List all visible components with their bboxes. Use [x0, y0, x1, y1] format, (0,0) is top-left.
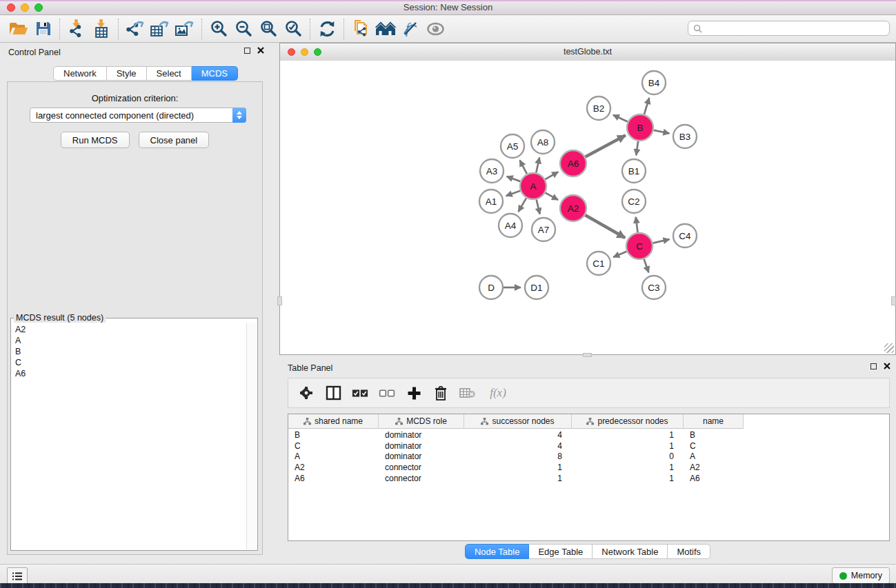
export-network-button[interactable] [123, 18, 148, 40]
import-network-button[interactable] [64, 18, 89, 40]
delete-column-icon [434, 385, 448, 401]
close-panel-button[interactable]: Close panel [139, 132, 210, 148]
cybrowser-home-button[interactable] [373, 18, 398, 40]
search-input[interactable] [706, 23, 889, 34]
result-item[interactable]: B [15, 346, 246, 357]
result-item[interactable]: A6 [15, 368, 246, 379]
node-label-A6: A6 [568, 159, 579, 169]
criterion-dropdown[interactable]: largest connected component (directed) [30, 108, 246, 123]
run-mcds-button[interactable]: Run MCDS [61, 132, 130, 148]
result-scrollbar[interactable] [246, 323, 257, 549]
edge-A-A1[interactable] [506, 191, 521, 196]
hide-flagged-button[interactable]: f [398, 18, 423, 40]
edge-A-A6[interactable] [545, 172, 558, 179]
delete-column-button[interactable] [432, 385, 449, 401]
edge-A2-C[interactable] [585, 215, 625, 238]
zoom-selected-button[interactable] [281, 18, 306, 40]
close-table-panel-icon[interactable] [884, 363, 890, 369]
cell: A6 [684, 473, 744, 484]
edge-C-C4[interactable] [653, 239, 670, 243]
tab-network[interactable]: Network [53, 66, 107, 81]
deselect-all-button[interactable] [379, 385, 395, 401]
save-session-button[interactable] [30, 18, 55, 40]
tab-style[interactable]: Style [107, 66, 147, 81]
result-item[interactable]: C [15, 357, 246, 368]
column-header-shared-name[interactable]: shared name [288, 414, 379, 429]
memory-button[interactable]: Memory [832, 567, 890, 584]
show-graphics-details-button[interactable] [423, 18, 448, 40]
network-canvas[interactable]: AA1A2A3A4A5A6A7A8BB1B2B3B4CC1C2C3C4DD1 [280, 61, 895, 354]
table-row-A2[interactable]: A2connector11A2 [288, 462, 744, 473]
mcds-result-list: A2ABCA6 [11, 323, 246, 550]
tab-mcds[interactable]: MCDS [192, 66, 238, 81]
add-column-button[interactable] [406, 385, 422, 401]
import-table-button[interactable] [89, 18, 114, 40]
edge-B-B2[interactable] [613, 115, 628, 122]
cell: dominator [379, 440, 464, 452]
left-splitter-handle[interactable] [277, 296, 282, 305]
edge-C-C2[interactable] [636, 217, 638, 232]
tab-network-table[interactable]: Network Table [593, 544, 668, 559]
node-label-B2: B2 [593, 103, 605, 114]
node-label-C2: C2 [628, 196, 639, 207]
export-image-icon [175, 19, 195, 38]
export-table-button[interactable] [148, 18, 172, 40]
edge-C-C1[interactable] [613, 252, 626, 257]
function-builder-button[interactable]: f(x) [486, 385, 510, 401]
toggle-columns-button[interactable] [325, 385, 341, 401]
apply-layout-button[interactable] [315, 18, 339, 40]
table-row-A[interactable]: Adominator80A [288, 451, 744, 462]
export-image-button[interactable] [172, 18, 197, 40]
edge-B-B4[interactable] [644, 98, 649, 114]
table-settings-button[interactable] [298, 385, 315, 401]
edge-B-B1[interactable] [636, 141, 638, 155]
edge-A-A5[interactable] [520, 160, 527, 174]
table-row-C[interactable]: Cdominator41C [288, 440, 744, 452]
node-label-B: B [637, 123, 643, 133]
edge-A-A3[interactable] [507, 176, 521, 181]
deselect-all-icon [379, 389, 395, 398]
network-window-titlebar[interactable]: testGlobe.txt [280, 43, 895, 61]
right-splitter-handle[interactable] [891, 296, 896, 305]
network-from-selection-button[interactable] [348, 18, 373, 40]
horizontal-splitter-handle[interactable] [583, 353, 592, 357]
edge-A-A4[interactable] [519, 198, 526, 212]
close-panel-icon[interactable] [257, 47, 264, 54]
edge-B-B3[interactable] [654, 130, 670, 134]
tab-select[interactable]: Select [147, 66, 192, 81]
resize-grip-icon[interactable] [884, 343, 894, 353]
edge-A6-B[interactable] [586, 135, 626, 156]
result-item[interactable]: A [15, 335, 246, 346]
node-label-A3: A3 [486, 166, 498, 176]
tab-node-table[interactable]: Node Table [465, 544, 530, 559]
tab-edge-table[interactable]: Edge Table [529, 544, 593, 559]
edge-A-A8[interactable] [536, 157, 539, 172]
tab-motifs[interactable]: Motifs [668, 544, 710, 559]
table-row-A6[interactable]: A6connector11A6 [288, 473, 744, 484]
zoom-out-button[interactable] [231, 18, 256, 40]
select-all-button[interactable] [352, 385, 368, 401]
cybrowser-home-icon [375, 21, 397, 37]
attribute-icon [481, 418, 488, 425]
column-header-name[interactable]: name [684, 414, 744, 429]
zoom-fit-button[interactable] [256, 18, 281, 40]
float-panel-icon[interactable] [244, 48, 250, 54]
column-header-successor-nodes[interactable]: successor nodes [464, 414, 572, 429]
column-header-MCDS-role[interactable]: MCDS role [379, 414, 464, 429]
zoom-selected-icon [284, 19, 303, 38]
toggle-columns-icon [326, 385, 341, 401]
delete-table-button[interactable] [459, 385, 476, 401]
select-all-icon [352, 389, 368, 398]
column-header-predecessor-nodes[interactable]: predecessor nodes [572, 414, 684, 429]
node-table[interactable]: shared nameMCDS rolesuccessor nodesprede… [288, 414, 890, 541]
toolbar-separator [201, 19, 202, 39]
open-session-button[interactable] [6, 18, 30, 40]
edge-A-A2[interactable] [546, 193, 559, 200]
table-row-B[interactable]: Bdominator41B [288, 429, 744, 440]
edge-C-C3[interactable] [644, 259, 649, 272]
zoom-in-button[interactable] [206, 18, 231, 40]
edge-A-A7[interactable] [537, 199, 540, 214]
search-box[interactable] [688, 21, 890, 36]
result-item[interactable]: A2 [15, 324, 246, 335]
float-table-panel-icon[interactable] [870, 363, 877, 369]
